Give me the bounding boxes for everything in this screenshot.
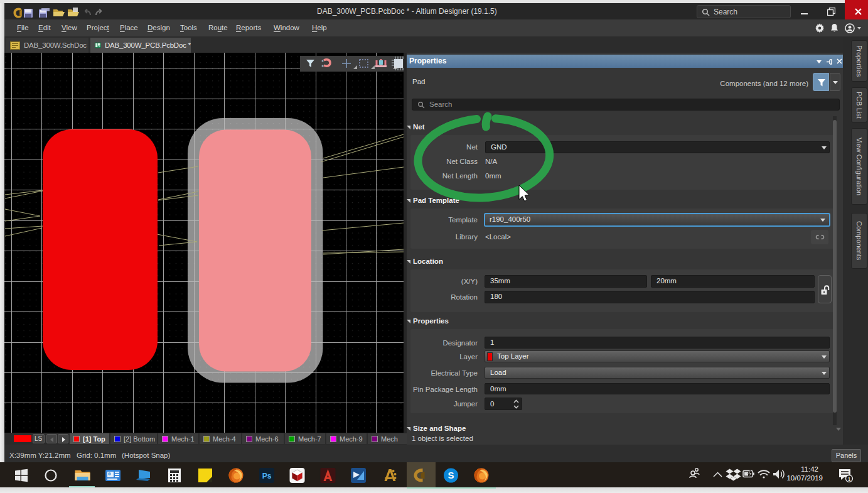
svg-text:10/07/2019: 10/07/2019	[786, 474, 823, 482]
svg-text:1: 1	[847, 476, 850, 482]
svg-text:Ps: Ps	[262, 472, 272, 480]
svg-text:S: S	[447, 470, 454, 480]
svg-text:11:42: 11:42	[801, 465, 818, 473]
